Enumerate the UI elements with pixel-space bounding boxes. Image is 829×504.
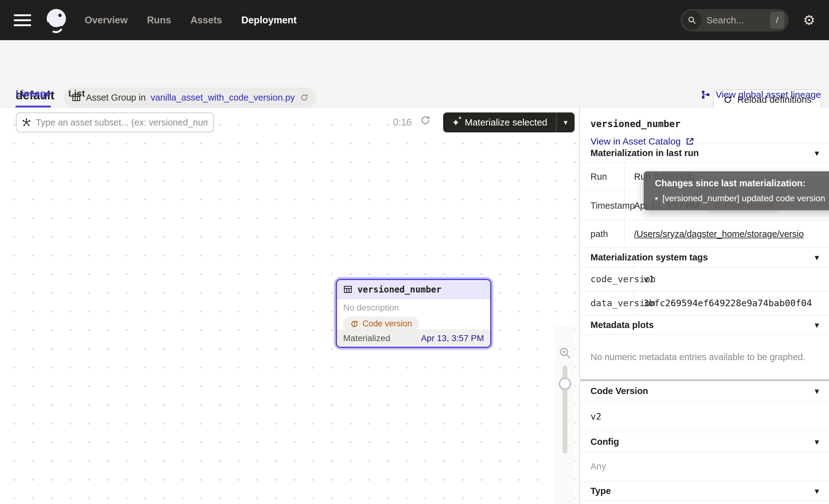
row-path-label: path — [580, 220, 625, 247]
code-version-badge-label: Code version — [724, 201, 774, 211]
config-value: Any — [580, 452, 829, 481]
path-link[interactable]: /Users/sryza/dagster_home/storage/versio — [634, 229, 804, 239]
nav-deployment[interactable]: Deployment — [241, 15, 296, 26]
section-code-version[interactable]: Code Version ▾ — [580, 381, 829, 401]
gear-icon[interactable]: ⚙ — [803, 13, 815, 27]
op-selector-icon — [22, 117, 31, 128]
code-version-changed-icon — [713, 202, 721, 210]
sidebar-asset-name: versioned_number — [590, 118, 819, 129]
table-icon — [343, 285, 353, 294]
asset-node-versioned-number[interactable]: versioned_number No description Code ver… — [336, 279, 492, 348]
section-metadata-plots[interactable]: Metadata plots ▾ — [580, 315, 829, 334]
section-header-label: Type — [590, 486, 611, 496]
code-version-value: v2 — [580, 401, 829, 432]
breadcrumb-file-link[interactable]: vanilla_asset_with_code_version.py — [151, 93, 295, 103]
asset-subset-input[interactable] — [35, 117, 208, 128]
external-link-icon — [685, 137, 694, 146]
section-materialization-system-tags[interactable]: Materialization system tags ▾ — [580, 247, 829, 267]
code-version-badge-label: Code version — [362, 319, 412, 329]
search-icon — [682, 10, 701, 30]
row-code-version-tag: code_version v1 — [580, 267, 829, 291]
menu-icon[interactable] — [14, 14, 31, 26]
row-timestamp: Timestamp Apr 13, 3:57 PM Code version — [580, 191, 829, 220]
section-header-label: Config — [590, 437, 619, 447]
row-path: path /Users/sryza/dagster_home/storage/v… — [580, 220, 829, 247]
asset-node-header: versioned_number — [337, 280, 490, 299]
breadcrumb-prefix: Asset Group in — [86, 93, 146, 103]
row-run: Run Run 5268743b — [580, 163, 829, 191]
search-input[interactable] — [701, 15, 770, 26]
tab-list[interactable]: List — [68, 88, 85, 107]
page-header: default Asset Group in vanilla_asset_wit… — [0, 40, 829, 108]
graph-zoom-controls — [555, 326, 575, 504]
materialize-selected-split-button: ✦✦ Materialize selected ▾ — [443, 112, 575, 132]
run-id-link[interactable]: 5268743b — [654, 172, 694, 182]
asset-node-description: No description — [343, 303, 484, 313]
code-version-badge: Code version — [706, 199, 781, 213]
section-header-label: Materialization system tags — [590, 252, 708, 262]
breadcrumb-refresh-icon[interactable] — [300, 93, 309, 102]
refresh-countdown: 0:16 — [393, 112, 412, 132]
panel-divider — [580, 379, 829, 381]
row-timestamp-label: Timestamp — [580, 191, 625, 220]
view-in-asset-catalog-link[interactable]: View in Asset Catalog — [590, 136, 694, 147]
breadcrumb: Asset Group in vanilla_asset_with_code_v… — [64, 87, 317, 107]
tag-value: 3bfc269594ef649228e9a74bab00f04 — [634, 291, 829, 315]
section-type[interactable]: Type ▾ — [580, 481, 829, 501]
tag-key: data_version — [580, 291, 634, 315]
zoom-slider-thumb[interactable] — [559, 377, 571, 390]
zoom-in-icon[interactable] — [558, 347, 572, 359]
chevron-down-icon: ▾ — [815, 486, 819, 496]
timestamp-value: Apr 13, 3:57 PM — [634, 201, 699, 211]
primary-nav: Overview Runs Assets Deployment — [85, 15, 296, 26]
chevron-down-icon: ▾ — [815, 320, 819, 330]
materialized-timestamp[interactable]: Apr 13, 3:57 PM — [421, 333, 484, 343]
graph-refresh-icon[interactable] — [420, 115, 431, 127]
materialize-selected-button[interactable]: ✦✦ Materialize selected — [443, 112, 556, 132]
catalog-link-label: View in Asset Catalog — [590, 136, 681, 147]
nav-runs[interactable]: Runs — [147, 15, 171, 26]
asset-subset-filter[interactable] — [16, 112, 214, 132]
search-shortcut-badge: / — [770, 12, 785, 29]
row-data-version-tag: data_version 3bfc269594ef649228e9a74bab0… — [580, 291, 829, 315]
zoom-slider-track[interactable] — [563, 366, 567, 454]
section-header-label: Metadata plots — [590, 320, 654, 330]
materialized-status-label: Materialized — [343, 333, 390, 343]
view-tabs: Lineage List — [15, 88, 85, 107]
materialize-selected-label: Materialize selected — [465, 117, 547, 128]
sparkle-icon: ✦✦ — [452, 117, 460, 128]
row-run-label: Run — [580, 163, 625, 191]
tag-key: code_version — [580, 267, 634, 291]
run-value-prefix: Run — [634, 172, 651, 182]
global-lineage-label: View global asset lineage — [716, 89, 821, 100]
section-header-label: Materialization in last run — [590, 148, 699, 158]
tab-lineage[interactable]: Lineage — [15, 88, 51, 107]
asset-node-name: versioned_number — [358, 284, 442, 295]
code-version-badge: Code version — [343, 317, 419, 331]
nav-overview[interactable]: Overview — [85, 15, 128, 26]
section-config[interactable]: Config ▾ — [580, 432, 829, 452]
asset-graph-canvas[interactable]: 0:16 ✦✦ Materialize selected ▾ versioned… — [0, 108, 580, 504]
chevron-down-icon: ▾ — [815, 437, 819, 447]
view-global-asset-lineage-link[interactable]: View global asset lineage — [701, 89, 821, 100]
materialize-options-caret[interactable]: ▾ — [556, 112, 575, 132]
tag-value: v1 — [634, 267, 829, 291]
asset-node-footer: Materialized Apr 13, 3:57 PM — [337, 330, 490, 347]
metadata-plots-empty-message: No numeric metadata entries available to… — [580, 334, 829, 379]
top-navigation-bar: Overview Runs Assets Deployment / ⚙ — [0, 0, 829, 40]
dagster-logo[interactable] — [42, 7, 69, 34]
chevron-down-icon: ▾ — [815, 386, 819, 396]
chevron-down-icon: ▾ — [815, 148, 819, 158]
nav-assets[interactable]: Assets — [190, 15, 222, 26]
global-search[interactable]: / — [680, 9, 789, 32]
asset-details-sidebar: versioned_number View in Asset Catalog M… — [580, 108, 829, 504]
section-header-label: Code Version — [590, 386, 648, 396]
lineage-icon — [701, 90, 711, 100]
chevron-down-icon: ▾ — [815, 252, 819, 262]
code-version-changed-icon — [350, 320, 359, 328]
